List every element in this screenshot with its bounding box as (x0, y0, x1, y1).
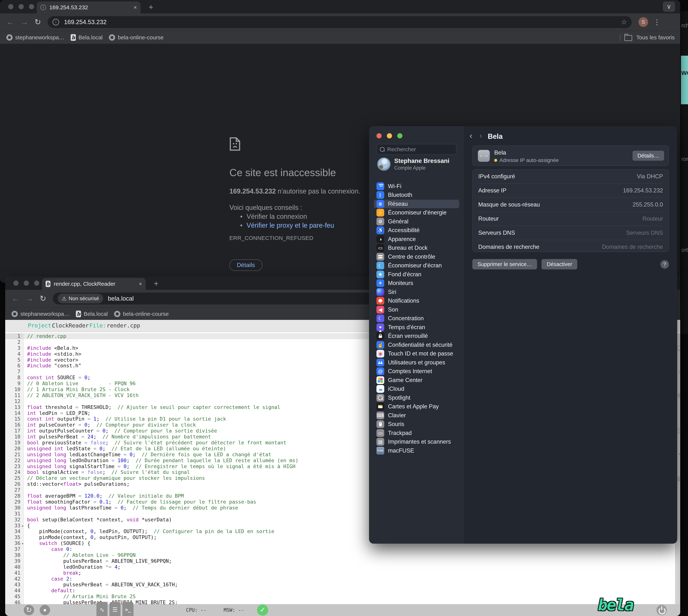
traffic-lights[interactable] (376, 133, 403, 138)
sidebar-item-clavier[interactable]: ⌨Clavier (369, 411, 464, 420)
sidebar-item-centre-de-contr-le[interactable]: Centre de contrôle (369, 252, 464, 261)
close-window-icon[interactable] (13, 281, 19, 286)
network-row-masque-de-sous-r-seau[interactable]: Masque de sous-réseau255.255.0.0 (478, 197, 663, 212)
close-tab-icon[interactable] (139, 281, 142, 287)
sidebar-item-macfuse[interactable]: macFUSE (369, 446, 464, 455)
close-window-icon[interactable] (376, 133, 382, 138)
sidebar-item-utilisateurs-et-groupes[interactable]: Utilisateurs et groupes (369, 358, 464, 367)
sidebar-item-confidentialit-et-s-curit[interactable]: ☝Confidentialité et sécurité (369, 340, 464, 349)
bookmark-stephaneworkspa[interactable]: stephaneworkspa… (6, 34, 64, 41)
sidebar-item-trackpad[interactable]: ▭Trackpad (369, 428, 464, 438)
new-tab-button[interactable] (152, 280, 161, 288)
bookmark-bela-local[interactable]: bBela.local (76, 311, 108, 317)
profile-avatar[interactable]: S (639, 17, 648, 27)
code-line[interactable]: 39 pulsesPerBeat = ABLETON_LIVE_96PPQN; (5, 558, 680, 564)
network-row-ipv4-configur[interactable]: IPv4 configuréVia DHCP (478, 170, 663, 183)
sidebar-item-g-n-ral[interactable]: ⚙Général (369, 217, 464, 226)
supprimer-le-service-button[interactable]: Supprimer le service… (472, 259, 537, 269)
sidebar-item-r-seau[interactable]: ⊕Réseau (369, 199, 464, 208)
close-tab-icon[interactable] (134, 5, 137, 10)
sidebar-item-concentration[interactable]: ☾Concentration (369, 314, 464, 323)
bookmark-bela-local[interactable]: bBela.local (71, 34, 102, 41)
nav-forward-icon[interactable]: › (479, 131, 482, 140)
sidebar-item-wi-fi[interactable]: Wi-Fi (369, 182, 464, 191)
zoom-window-icon[interactable] (29, 4, 34, 9)
new-tab-button[interactable] (146, 3, 155, 12)
network-row-routeur[interactable]: RouteurRouteur (478, 212, 663, 226)
bookmark-bela-online-course[interactable]: bela-online-course (109, 34, 164, 41)
sidebar-item-bureau-et-dock[interactable]: ▭Bureau et Dock (369, 244, 464, 252)
code-line[interactable]: 40 ledOnDuration *= 4; (5, 564, 680, 570)
traffic-lights[interactable] (8, 4, 34, 9)
stop-button[interactable] (40, 605, 50, 615)
sidebar-item-siri[interactable]: Siri (369, 288, 464, 296)
search-input[interactable]: Rechercher (376, 144, 457, 155)
lightbulb-icon[interactable]: ☼ (677, 368, 680, 375)
forward-button[interactable] (20, 18, 28, 26)
browser-tab[interactable]: b render.cpp, ClockReader (42, 278, 146, 290)
pins-icon[interactable]: ☷ (677, 427, 680, 435)
sidebar-item-fond-d-cran[interactable]: ❀Fond d'écran (369, 270, 464, 279)
oscilloscope-button[interactable] (96, 602, 108, 616)
browser-menu-icon[interactable] (653, 18, 660, 26)
minimize-window-icon[interactable] (19, 4, 24, 9)
reload-button[interactable] (40, 295, 46, 303)
sidebar-item-icloud[interactable]: ☁iCloud (369, 384, 464, 394)
sidebar-item-temps-d-cran[interactable]: Temps d'écran (369, 323, 464, 332)
docs-icon[interactable]: ▤ (677, 475, 680, 482)
sidebar-item-conomiseur-d-nergie[interactable]: ⚡Économiseur d'énergie (369, 208, 464, 217)
reload-button[interactable] (35, 18, 41, 26)
bookmark-stephaneworkspa[interactable]: stephaneworkspa… (12, 311, 70, 317)
run-button[interactable] (24, 605, 34, 615)
all-bookmarks-label[interactable]: Tous les favoris (636, 34, 675, 41)
browser-tab[interactable]: 169.254.53.232 (37, 1, 141, 13)
sidebar-item-bluetooth[interactable]: ᛒBluetooth (369, 191, 464, 200)
sidebar-item-spotlight[interactable]: Spotlight (369, 393, 464, 402)
settings-sliders-button[interactable] (109, 602, 120, 616)
security-chip[interactable]: Non sécurisé (58, 294, 103, 303)
d-sactiver-button[interactable]: Désactiver (542, 259, 577, 269)
address-bar[interactable]: 169.254.53.232 (48, 16, 632, 28)
help-button[interactable]: ? (660, 260, 669, 269)
network-row-domaines-de-recherche[interactable]: Domaines de rechercheDomaines de recherc… (478, 240, 663, 254)
zoom-window-icon[interactable] (34, 281, 39, 286)
site-info-icon[interactable] (52, 19, 59, 25)
zoom-window-icon[interactable] (397, 133, 403, 138)
forward-button[interactable] (26, 295, 33, 303)
sidebar-item-son[interactable]: ◀Son (369, 305, 464, 314)
sidebar-item-souris[interactable]: Souris (369, 420, 464, 429)
sidebar-item-conomiseur-d-cran[interactable]: ☾Économiseur d'écran (369, 261, 464, 270)
nav-back-icon[interactable]: ‹ (469, 131, 472, 140)
sidebar-item-moniteurs[interactable]: ☀Moniteurs (369, 279, 464, 288)
code-line[interactable]: 41 break; (5, 570, 680, 576)
minimize-window-icon[interactable] (24, 281, 29, 286)
details-button[interactable]: Détails… (633, 151, 664, 161)
code-line[interactable]: 38 // Ableton Live - 96PPQN (5, 552, 680, 558)
bookmark-bela-online-course[interactable]: bela-online-course (114, 311, 169, 317)
advice-link[interactable]: Vérifier le proxy et le pare-feu (240, 222, 334, 229)
sidebar-item-accessibilit[interactable]: ♿Accessibilité (369, 226, 464, 235)
traffic-lights[interactable] (13, 281, 39, 286)
url-text[interactable]: 169.254.53.232 (64, 19, 107, 26)
sidebar-item-notifications[interactable]: Notifications (369, 296, 464, 305)
power-button[interactable] (657, 605, 667, 615)
bookmark-star-icon[interactable] (621, 18, 627, 26)
code-line[interactable]: 43 pulsesPerBeat = ABLETON_VCV_RACK_16TH… (5, 582, 680, 588)
close-window-icon[interactable] (8, 4, 13, 9)
back-button[interactable] (6, 18, 14, 26)
sidebar-item-cartes-et-apple-pay[interactable]: Cartes et Apple Pay (369, 402, 464, 411)
file-icon[interactable]: ❏ (677, 344, 680, 352)
code-line[interactable]: 42 case 2: (5, 576, 680, 582)
tab-search-button[interactable] (663, 1, 675, 12)
sidebar-item-imprimantes-et-scanners[interactable]: ▤Imprimantes et scanners (369, 438, 464, 446)
network-row-serveurs-dns[interactable]: Serveurs DNSServeurs DNS (478, 226, 663, 240)
code-line[interactable]: 37 case 0: (5, 546, 680, 552)
sidebar-item-touch-id-et-mot-de-passe[interactable]: ◉Touch ID et mot de passe (369, 349, 464, 358)
sidebar-item-comptes-internet[interactable]: @Comptes Internet (369, 367, 464, 376)
details-button[interactable]: Détails (229, 259, 262, 271)
console-button[interactable] (122, 602, 134, 616)
gear-icon[interactable]: ⚙ (677, 392, 680, 399)
apple-account[interactable]: Stephane Bressani Compte Apple (377, 157, 449, 171)
record-icon[interactable]: ◔ (677, 451, 680, 458)
sidebar-item-cran-verrouill[interactable]: Écran verrouillé (369, 332, 464, 340)
